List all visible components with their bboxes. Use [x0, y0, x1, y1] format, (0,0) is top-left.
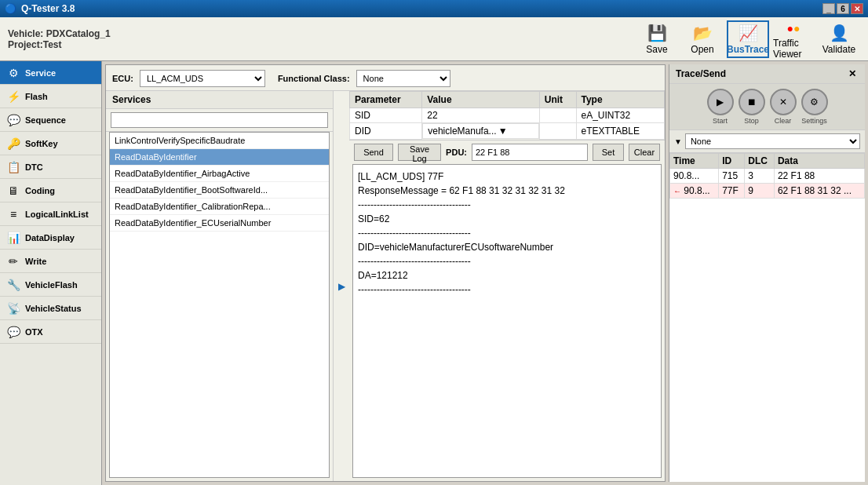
sidebar-item-softkey[interactable]: 🔑 SoftKey [0, 132, 101, 155]
trace-stop-label: Stop [744, 117, 759, 125]
param-sid-unit [539, 108, 576, 123]
dropdown-arrow-icon[interactable]: ▼ [498, 126, 508, 137]
write-icon: ✏ [6, 255, 20, 268]
clear-button[interactable]: Clear [629, 144, 660, 161]
close-button[interactable]: ✕ [851, 3, 863, 14]
service-item-readdatabyidentifier[interactable]: ReadDataByIdentifier [110, 149, 329, 166]
sequence-icon: 💬 [6, 114, 20, 126]
trace-time: 90.8... [670, 169, 719, 184]
services-search [106, 109, 333, 132]
sidebar-item-logicallinklist[interactable]: ≡ LogicalLinkList [0, 202, 101, 226]
toolbar: Vehicle: PDXCatalog_1 Project:Test 💾 Sav… [0, 17, 868, 61]
trace-dlc: 9 [745, 184, 775, 199]
save-icon: 💾 [647, 24, 667, 42]
trace-close-button[interactable]: ✕ [846, 67, 859, 80]
functional-class-select[interactable]: None [356, 70, 450, 87]
param-did[interactable]: DID [350, 123, 422, 140]
trace-filter-select[interactable]: None [685, 133, 860, 149]
service-item-calibration[interactable]: ReadDataByIdentifier_CalibrationRepa... [110, 199, 329, 215]
sidebar-item-datadisplay[interactable]: 📊 DataDisplay [0, 226, 101, 250]
trace-header-label: Trace/Send [676, 68, 726, 79]
sidebar: ⚙ Service ⚡ Flash 💬 Sequence 🔑 SoftKey 📋… [0, 61, 102, 485]
log-line: DID=vehicleManufacturerECUsoftwareNumber [358, 240, 656, 254]
sidebar-item-sequence[interactable]: 💬 Sequence [0, 108, 101, 132]
validate-button[interactable]: 👤 Validate [818, 20, 860, 58]
pdu-input[interactable] [472, 144, 588, 161]
save-log-button[interactable]: Save Log [398, 144, 441, 161]
bus-trace-button[interactable]: 📈 BusTrace [727, 20, 769, 58]
sidebar-coding-label: Coding [25, 186, 55, 195]
trace-col-data: Data [774, 154, 864, 169]
sidebar-write-label: Write [25, 257, 46, 266]
open-icon: 📂 [693, 24, 713, 42]
traffic-viewer-icon: ●● [787, 18, 801, 36]
services-list: LinkControlVerifySpecificBaudrate ReadDa… [109, 132, 330, 478]
service-icon: ⚙ [6, 67, 20, 79]
param-did-type: eTEXTTABLE [576, 123, 665, 140]
sidebar-item-vehiclestatus[interactable]: 📡 VehicleStatus [0, 297, 101, 320]
traffic-viewer-button[interactable]: ●● Traffic Viewer [772, 20, 815, 58]
open-button[interactable]: 📂 Open [681, 20, 724, 58]
trace-row: 90.8... 715 3 22 F1 88 [670, 169, 865, 184]
ecu-label: ECU: [112, 74, 133, 83]
col-value: Value [422, 92, 540, 108]
param-did-value[interactable]: vehicleManufa... ▼ [422, 123, 539, 139]
log-line: SID=62 [358, 212, 656, 226]
trace-start-button[interactable]: ▶ [707, 89, 734, 115]
ecu-select[interactable]: LL_ACM_UDS [140, 70, 265, 87]
trace-send-panel: Trace/Send ✕ ▶ Start ⏹ Stop ✕ Clear [669, 64, 865, 482]
sidebar-item-write[interactable]: ✏ Write [0, 250, 101, 273]
service-item-lincontrol[interactable]: LinkControlVerifySpecificBaudrate [110, 133, 329, 149]
trace-stop-button[interactable]: ⏹ [739, 89, 765, 115]
trace-col-id: ID [719, 154, 745, 169]
trace-header: Trace/Send ✕ [669, 64, 865, 84]
param-sid[interactable]: SID [350, 108, 422, 123]
param-sid-value[interactable]: 22 [422, 108, 540, 123]
service-item-bootsoftware[interactable]: ReadDataByIdentifier_BootSoftwareId... [110, 182, 329, 199]
trace-controls: ▶ Start ⏹ Stop ✕ Clear ⚙ Settings [669, 84, 865, 130]
sidebar-item-coding[interactable]: 🖥 Coding [0, 179, 101, 202]
set-button[interactable]: Set [593, 144, 624, 161]
vehicle-label: Vehicle: PDXCatalog_1 [8, 28, 111, 39]
log-area[interactable]: [LL_ACM_UDS] 77F ResponseMessage = 62 F1… [352, 164, 662, 479]
sidebar-flash-label: Flash [25, 92, 48, 101]
project-label: Project:Test [8, 39, 111, 50]
sidebar-item-otx[interactable]: 💬 OTX [0, 320, 101, 344]
sidebar-dtc-label: DTC [25, 162, 43, 172]
restore-button[interactable]: 6 [837, 3, 849, 14]
minimize-button[interactable]: _ [822, 3, 835, 14]
log-line: ------------------------------------ [358, 226, 656, 240]
service-item-airbag[interactable]: ReadDataByIdentifier_AirbagActive [110, 166, 329, 182]
validate-label: Validate [822, 44, 855, 55]
send-button[interactable]: Send [354, 144, 393, 161]
sidebar-item-service[interactable]: ⚙ Service [0, 61, 101, 85]
trace-clear-icon: ✕ [779, 97, 787, 108]
trace-arrow-icon: ← [673, 187, 681, 195]
table-row: DID vehicleManufa... ▼ eTEXTTABLE [350, 123, 665, 140]
trace-settings-icon: ⚙ [810, 97, 819, 108]
flash-icon: ⚡ [6, 90, 20, 103]
trace-filter-row: ▼ None [669, 130, 865, 153]
table-row: SID 22 eA_UINT32 [350, 108, 665, 123]
trace-stop-icon: ⏹ [747, 97, 757, 108]
sidebar-item-flash[interactable]: ⚡ Flash [0, 85, 101, 108]
services-search-input[interactable] [111, 112, 328, 128]
trace-dlc: 3 [745, 169, 775, 184]
trace-settings-button[interactable]: ⚙ [801, 89, 828, 115]
log-line: ------------------------------------ [358, 283, 656, 297]
service-item-ecuserial[interactable]: ReadDataByIdentifier_ECUserialNumber [110, 215, 329, 232]
trace-data: 22 F1 88 [774, 169, 864, 184]
coding-icon: 🖥 [6, 184, 20, 197]
open-label: Open [691, 44, 713, 55]
bus-trace-label: BusTrace [727, 44, 769, 55]
param-did-unit [539, 123, 576, 140]
save-button[interactable]: 💾 Save [636, 20, 678, 58]
sidebar-sequence-label: Sequence [25, 115, 66, 125]
trace-clear-button[interactable]: ✕ [770, 89, 797, 115]
sidebar-item-vehicleflash[interactable]: 🔧 VehicleFlash [0, 273, 101, 297]
bottom-bar: Send Save Log PDU: Set Clear [349, 140, 665, 164]
log-line: ------------------------------------ [358, 198, 656, 212]
traffic-viewer-label: Traffic Viewer [773, 38, 814, 60]
sidebar-otx-label: OTX [25, 327, 43, 337]
sidebar-item-dtc[interactable]: 📋 DTC [0, 155, 101, 179]
